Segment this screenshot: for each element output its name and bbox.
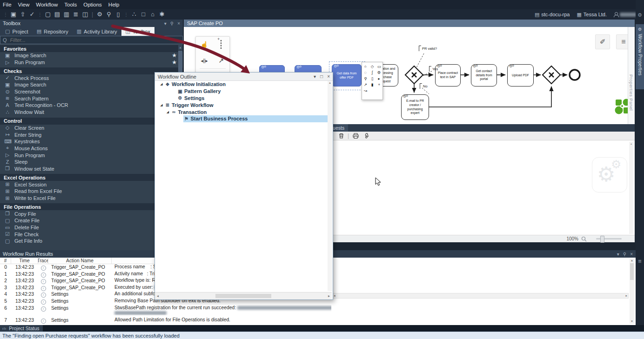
pan-hand-icon[interactable]: ☝ xyxy=(200,41,208,48)
publish-icon[interactable]: ⇧ xyxy=(18,9,27,20)
validate-icon[interactable]: ✓ xyxy=(27,9,37,20)
execution-icon[interactable]: ∴ xyxy=(129,9,139,20)
organization-indicator[interactable]: ▦Tessa Ltd. xyxy=(577,12,607,18)
menu-view[interactable]: View xyxy=(18,2,30,7)
toolbox-filter-input[interactable] xyxy=(9,37,165,43)
panel-close-icon[interactable]: × xyxy=(630,252,633,257)
circle-icon[interactable]: ○ xyxy=(364,64,367,69)
column-header-trace[interactable]: Trace xyxy=(38,258,48,264)
expand-icon[interactable]: ▸ xyxy=(378,76,380,81)
tab-repository[interactable]: ▤Repository xyxy=(33,27,73,36)
toolbox-item-image-search[interactable]: ▣Image Search★ xyxy=(0,52,183,59)
outline-vertical-scrollbar[interactable]: ▴ xyxy=(328,81,332,291)
scroll-up-icon[interactable]: ▴ xyxy=(178,45,182,50)
end-event[interactable] xyxy=(570,70,580,80)
panel-dropdown-icon[interactable]: ▾ xyxy=(617,252,619,257)
remote-desktop-icon[interactable]: □ xyxy=(139,9,148,20)
run-view-scrollbar[interactable]: ▴ xyxy=(629,142,633,234)
add-icon[interactable]: + xyxy=(378,82,380,87)
server-indicator[interactable]: ▤stc-docu-rpa xyxy=(535,12,570,18)
bookmark-icon[interactable]: ▮ xyxy=(371,82,374,87)
column-header-action-name[interactable]: Action Name xyxy=(48,258,112,264)
window-dropdown-icon[interactable]: ▾ xyxy=(314,74,316,79)
results-horizontal-scrollbar[interactable]: ◂▸ xyxy=(332,293,629,299)
outline-node-transaction[interactable]: ◢∞Transaction xyxy=(155,108,332,115)
expander-icon[interactable]: ◢ xyxy=(165,110,171,114)
menu-workflow[interactable]: Workflow xyxy=(36,2,58,7)
toolbox-icon[interactable]: ◫ xyxy=(80,9,90,20)
attachment-icon[interactable]: ⚲ xyxy=(104,9,114,20)
outline-horizontal-scrollbar[interactable]: ◂▸ xyxy=(155,292,332,299)
menu-file[interactable]: File xyxy=(3,2,12,7)
wrench-icon[interactable]: ⚲ xyxy=(364,76,367,81)
scrollbar-thumb[interactable] xyxy=(215,294,271,298)
dock-menu-icon[interactable]: ≣ xyxy=(636,259,644,264)
tab-toolbox[interactable]: ◫Toolbox xyxy=(121,27,154,36)
print-icon[interactable] xyxy=(352,133,359,139)
diamond-icon[interactable]: ◇ xyxy=(371,64,374,69)
tab-project[interactable]: ▢Project xyxy=(1,27,33,36)
wildcard-icon[interactable]: ✱ xyxy=(157,9,167,20)
marquee-select-icon[interactable] xyxy=(221,40,221,49)
user-indicator[interactable] xyxy=(614,12,637,17)
trash-icon[interactable] xyxy=(338,133,344,139)
panel-pin-icon[interactable]: ⚲ xyxy=(623,252,626,257)
new-document-icon[interactable]: ▢ xyxy=(43,9,53,20)
settings-icon[interactable]: ⚙ xyxy=(95,9,104,20)
outline-node-pattern-gallery[interactable]: ▣Pattern Gallery xyxy=(155,88,332,95)
expander-icon[interactable]: ◢ xyxy=(159,103,164,107)
column-header-[interactable]: # xyxy=(0,258,11,264)
activity-library-icon[interactable]: ▥ xyxy=(62,9,71,20)
results-vertical-scrollbar[interactable]: ▴▾ xyxy=(630,259,634,324)
bpmn-task-place-contract[interactable]: ⚙Place contract text in SAP xyxy=(435,64,461,86)
favorite-star-icon[interactable]: ★ xyxy=(172,59,177,66)
panel-dropdown-icon[interactable]: ▾ xyxy=(164,21,167,26)
canvas-tab[interactable]: SAP Create PO xyxy=(184,20,635,27)
window-close-icon[interactable]: × xyxy=(327,74,330,79)
menu-help[interactable]: Help xyxy=(108,2,120,7)
trash-icon[interactable]: ▯ xyxy=(371,76,374,81)
theme-brush-button[interactable]: ✐ xyxy=(595,34,610,49)
toolbox-item-run-program[interactable]: ▷Run Program★ xyxy=(0,59,183,66)
expander-icon[interactable]: ◢ xyxy=(159,82,164,86)
workflow-properties-tab[interactable]: ⚙ Workflow Properties xyxy=(636,24,644,89)
split-view-icon[interactable]: ◂||▸ xyxy=(201,58,208,63)
document-icon[interactable]: ▯ xyxy=(114,9,123,20)
link-icon[interactable]: ↗ xyxy=(364,82,367,87)
report-icon[interactable]: ≣ xyxy=(71,9,80,20)
results-row[interactable]: 713:42:23iSettingsAllowed Path Limitatio… xyxy=(0,317,331,324)
tab-activity-library[interactable]: ▥Activity Library xyxy=(73,27,121,36)
bpmn-task-get-contact[interactable]: ⚙Get contact details from portal xyxy=(471,64,497,86)
menu-tools[interactable]: Tools xyxy=(64,2,77,7)
scroll-left-icon[interactable]: ◂ xyxy=(334,294,335,298)
outline-titlebar[interactable]: Workflow Outline ▾ □ × xyxy=(155,73,333,81)
menu-options[interactable]: Options xyxy=(83,2,102,7)
zoom-slider-thumb[interactable] xyxy=(600,236,604,243)
favorite-star-icon[interactable]: ★ xyxy=(172,52,177,59)
scroll-right-icon[interactable]: ▸ xyxy=(625,294,627,298)
save-icon[interactable]: ▣ xyxy=(9,9,18,20)
home-icon[interactable]: ⌂ xyxy=(148,9,157,20)
window-maximize-icon[interactable]: □ xyxy=(320,74,323,79)
bpmn-task-upload-pdf[interactable]: ⚙Upload PDF xyxy=(507,64,534,86)
panel-pin-icon[interactable]: ⚲ xyxy=(170,21,174,26)
zoom-slider[interactable] xyxy=(596,238,622,239)
gears-icon[interactable]: ⚙ xyxy=(377,70,381,75)
gear-icon[interactable]: ⚙ xyxy=(636,12,644,18)
connector-mode-icon[interactable]: ↗ xyxy=(218,57,224,64)
bpmn-activity-get-data[interactable]: ⚙Get data from offer PDF xyxy=(332,64,362,86)
connector-icon[interactable]: ↝ xyxy=(364,88,367,93)
results-row[interactable]: 613:42:23iSettingsStwsBasePath registrat… xyxy=(0,305,331,317)
properties-panel-collapsed[interactable]: Properties Panel xyxy=(628,27,635,124)
outline-node-trigger-workflow[interactable]: ◢≣Trigger Workflow xyxy=(155,101,332,108)
scrollbar-thumb[interactable] xyxy=(630,263,634,280)
path-icon[interactable]: ʃ xyxy=(372,70,373,75)
outline-node-start-business-process[interactable]: ⚑Start Business Process xyxy=(155,115,332,122)
panel-close-icon[interactable]: × xyxy=(177,21,180,26)
outline-node-workflow-initialization[interactable]: ◢❖Workflow Initialization xyxy=(155,81,332,88)
repository-icon[interactable]: ▤ xyxy=(53,9,62,20)
bpmn-task-email[interactable]: ⚙E-mail to PR creator / purchasing exper… xyxy=(401,94,429,120)
scroll-right-icon[interactable]: ▸ xyxy=(328,294,330,298)
column-header-time[interactable]: Time xyxy=(11,258,38,264)
task-icon[interactable]: ▭ xyxy=(377,64,381,69)
